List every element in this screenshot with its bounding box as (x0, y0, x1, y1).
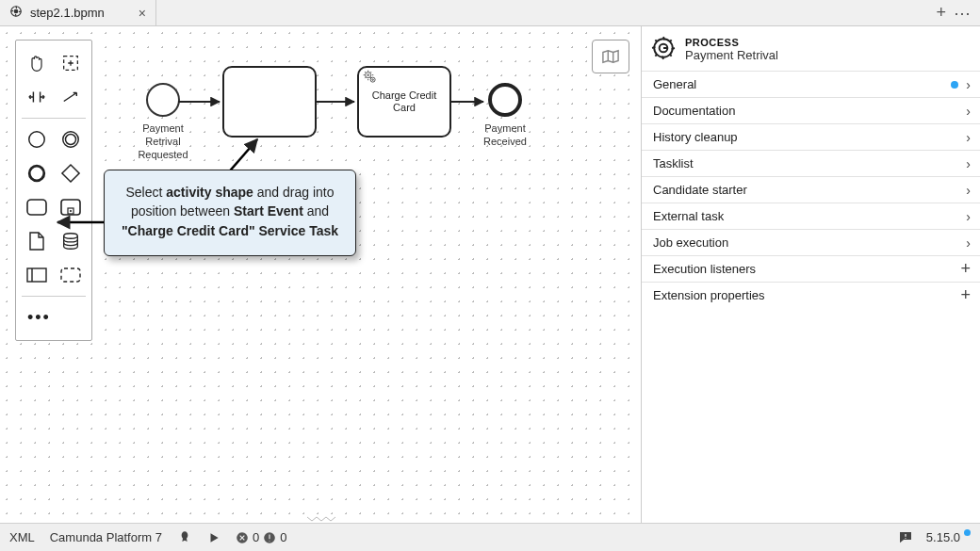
version-indicator[interactable]: 5.15.0 (926, 530, 971, 544)
chevron-right-icon: › (966, 235, 971, 251)
end-event[interactable]: Payment Received (469, 83, 541, 149)
section-external-task[interactable]: External task › (642, 203, 980, 229)
palette-separator (22, 118, 86, 119)
plus-icon: + (960, 285, 971, 305)
chevron-right-icon: › (966, 104, 971, 119)
xml-toggle[interactable]: XML (9, 530, 35, 544)
new-tab-button[interactable]: + (936, 3, 946, 23)
space-tool[interactable] (20, 80, 54, 114)
group-tool[interactable] (54, 258, 88, 292)
section-execution-listeners[interactable]: Execution listeners + (642, 255, 980, 282)
connect-tool[interactable] (54, 80, 88, 114)
service-task-label: Charge Credit Card (365, 89, 444, 114)
chevron-right-icon: › (966, 183, 971, 198)
chevron-right-icon: › (966, 209, 971, 224)
svg-point-5 (66, 135, 76, 145)
pool-tool[interactable] (20, 258, 54, 292)
panel-eyebrow: PROCESS (685, 37, 778, 48)
svg-rect-14 (61, 268, 80, 282)
palette-separator-2 (22, 296, 86, 297)
svg-rect-12 (27, 268, 46, 282)
end-event-label: Payment Received (469, 122, 541, 149)
svg-rect-7 (62, 165, 79, 182)
intermediate-event-tool[interactable] (54, 122, 88, 156)
update-dot (964, 529, 971, 536)
plus-icon: + (960, 259, 971, 279)
svg-rect-9 (61, 200, 80, 215)
bpmn-file-icon (9, 5, 23, 21)
data-object-tool[interactable] (20, 224, 54, 258)
empty-task-shape[interactable] (222, 66, 317, 138)
section-candidate-starter[interactable]: Candidate starter › (642, 176, 980, 203)
svg-rect-8 (27, 200, 46, 215)
section-documentation[interactable]: Documentation › (642, 97, 980, 123)
svg-point-15 (366, 73, 371, 78)
task-tool[interactable] (20, 190, 54, 224)
instruction-callout: Select activity shape and drag into posi… (104, 170, 356, 256)
panel-resize-handle[interactable] (302, 515, 341, 523)
svg-point-3 (29, 132, 45, 148)
deploy-button[interactable] (177, 530, 192, 545)
chevron-right-icon: › (966, 130, 971, 145)
section-history-cleanup[interactable]: History cleanup › (642, 123, 980, 150)
service-task-icon (363, 70, 377, 87)
close-tab-icon[interactable]: × (139, 6, 146, 21)
service-task-charge-credit-card[interactable]: Charge Credit Card (357, 66, 451, 138)
process-name: Payment Retrival (685, 48, 778, 62)
svg-point-17 (370, 77, 375, 82)
svg-point-16 (368, 74, 369, 76)
chevron-right-icon: › (966, 156, 971, 171)
properties-sections: General › Documentation › History cleanu… (642, 71, 980, 308)
bpmn-canvas[interactable]: ••• Payment Retrival Requested (0, 26, 641, 523)
chevron-right-icon: › (966, 77, 971, 92)
run-button[interactable] (207, 531, 220, 544)
start-event-tool[interactable] (20, 122, 54, 156)
tool-palette: ••• (15, 40, 92, 341)
section-extension-properties[interactable]: Extension properties + (642, 282, 980, 308)
feedback-button[interactable] (898, 530, 913, 545)
file-tab[interactable]: step2.1.bpmn × (0, 0, 156, 25)
section-job-execution[interactable]: Job execution › (642, 229, 980, 255)
minimap-toggle[interactable] (592, 40, 629, 73)
palette-more-button[interactable]: ••• (20, 300, 88, 334)
svg-point-11 (64, 234, 78, 239)
end-event-tool[interactable] (20, 156, 54, 190)
problems-indicator[interactable]: 0 0 (236, 530, 286, 544)
expanded-subprocess-tool[interactable] (54, 190, 88, 224)
properties-panel: PROCESS Payment Retrival General › Docum… (641, 26, 980, 523)
hand-tool[interactable] (20, 46, 54, 80)
gateway-tool[interactable] (54, 156, 88, 190)
file-tab-label: step2.1.bpmn (30, 6, 105, 20)
section-general[interactable]: General › (642, 71, 980, 97)
process-icon (651, 36, 676, 63)
more-menu-icon[interactable]: ⋯ (954, 3, 971, 24)
lasso-tool[interactable] (54, 46, 88, 80)
platform-indicator[interactable]: Camunda Platform 7 (50, 530, 162, 544)
svg-point-6 (29, 166, 44, 181)
indicator-dot (951, 81, 958, 89)
start-event[interactable]: Payment Retrival Requested (127, 83, 199, 161)
section-tasklist[interactable]: Tasklist › (642, 150, 980, 176)
data-store-tool[interactable] (54, 224, 88, 258)
svg-point-18 (372, 79, 374, 81)
start-event-label: Payment Retrival Requested (127, 122, 199, 161)
svg-point-1 (14, 9, 18, 13)
status-bar: XML Camunda Platform 7 0 0 5.15.0 (0, 523, 980, 551)
